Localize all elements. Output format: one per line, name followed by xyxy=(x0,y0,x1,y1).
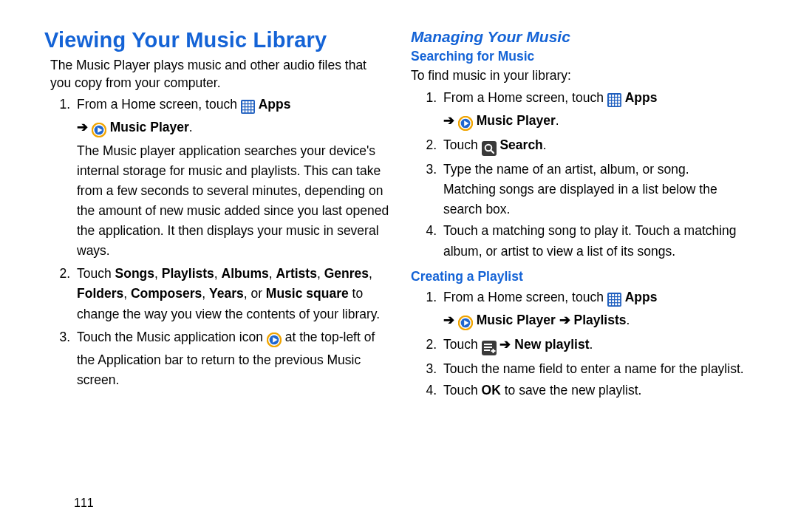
s2b1: Songs xyxy=(115,266,154,281)
step-2: Touch Songs, Playlists, Albums, Artists,… xyxy=(74,264,390,324)
s2b4: Artists xyxy=(276,266,316,281)
create-step-1: From a Home screen, touch Apps ➔ Music P… xyxy=(440,287,757,333)
search-step-1: From a Home screen, touch Apps ➔ Music P… xyxy=(440,88,757,134)
left-column: Viewing Your Music Library The Music Pla… xyxy=(44,28,390,402)
arrow2: ➔ xyxy=(559,313,570,327)
cs1-pre: From a Home screen, touch xyxy=(443,290,607,304)
apps-label: Apps xyxy=(259,97,291,112)
s2b2: Playlists xyxy=(162,266,214,281)
playlists-label: Playlists xyxy=(574,313,627,327)
music-player-icon xyxy=(267,330,282,350)
search-step-3: Type the name of an artist, album, or so… xyxy=(440,160,757,219)
apps-label: Apps xyxy=(625,290,658,304)
period: . xyxy=(189,120,193,134)
list-add-icon xyxy=(482,338,497,358)
step1-rest: The Music player application searches yo… xyxy=(77,143,389,259)
music-player-label: Music Player xyxy=(110,120,189,134)
create-title: Creating a Playlist xyxy=(411,269,757,284)
search-steps: From a Home screen, touch Apps ➔ Music P… xyxy=(417,88,757,262)
step1-pre: From a Home screen, touch xyxy=(77,97,241,112)
apps-icon xyxy=(241,98,255,117)
s2a: Touch xyxy=(77,266,115,281)
create-step-3: Touch the name field to enter a name for… xyxy=(440,359,757,379)
apps-icon xyxy=(607,91,621,111)
searching-title: Searching for Music xyxy=(411,49,757,64)
search-label: Search xyxy=(499,137,542,152)
step-3: Touch the Music application icon at the … xyxy=(74,327,390,390)
music-player-label: Music Player xyxy=(477,113,556,128)
ss3a: Type the name of an artist, album, or so… xyxy=(443,162,689,177)
search-step-4: Touch a matching song to play it. Touch … xyxy=(440,221,757,261)
section-title: Viewing Your Music Library xyxy=(44,28,390,52)
cs4a: Touch xyxy=(443,383,482,398)
search-intro: To find music in your library: xyxy=(411,67,757,85)
create-step-2: Touch ➔ New playlist. xyxy=(440,335,757,358)
ss3b: Matching songs are displayed in a list b… xyxy=(443,182,717,216)
s2b7: Composers xyxy=(131,286,202,301)
arrow: ➔ xyxy=(443,113,454,128)
music-player-icon xyxy=(458,114,473,134)
managing-title: Managing Your Music xyxy=(411,28,757,46)
apps-label: Apps xyxy=(625,90,658,105)
ss2a: Touch xyxy=(443,137,482,152)
intro-text: The Music Player plays music and other a… xyxy=(50,57,390,92)
page-container: Viewing Your Music Library The Music Pla… xyxy=(0,0,798,402)
arrow: ➔ xyxy=(77,120,88,134)
cs2a: Touch xyxy=(443,337,482,352)
cs4c: to save the new playlist. xyxy=(501,383,642,398)
create-step-4: Touch OK to save the new playlist. xyxy=(440,381,757,400)
right-column: Managing Your Music Searching for Music … xyxy=(411,28,757,402)
ss4: Touch a matching song to play it. Touch … xyxy=(443,223,737,258)
steps-list: From a Home screen, touch Apps ➔ Music P… xyxy=(50,95,390,390)
s2b3: Albums xyxy=(222,266,269,281)
music-player-icon xyxy=(92,120,106,140)
s2b8: Years xyxy=(209,286,244,301)
s2b5: Genres xyxy=(324,266,369,281)
s2b9: Music square xyxy=(266,286,349,301)
step-1: From a Home screen, touch Apps ➔ Music P… xyxy=(74,95,390,261)
search-icon xyxy=(482,138,497,158)
apps-icon xyxy=(607,290,621,310)
s2b6: Folders xyxy=(77,286,123,301)
page-number: 111 xyxy=(74,497,94,510)
arrow: ➔ xyxy=(443,313,454,327)
ok-label: OK xyxy=(482,383,501,398)
search-step-2: Touch Search. xyxy=(440,135,757,158)
mp-label: Music Player xyxy=(477,313,556,327)
create-steps: From a Home screen, touch Apps ➔ Music P… xyxy=(417,287,757,401)
ss1-pre: From a Home screen, touch xyxy=(443,90,607,105)
cs3: Touch the name field to enter a name for… xyxy=(443,361,744,376)
music-player-icon xyxy=(458,313,473,333)
new-playlist-label: New playlist xyxy=(514,337,589,352)
s3a: Touch the Music application icon xyxy=(77,330,267,344)
arrow3: ➔ xyxy=(499,337,511,352)
